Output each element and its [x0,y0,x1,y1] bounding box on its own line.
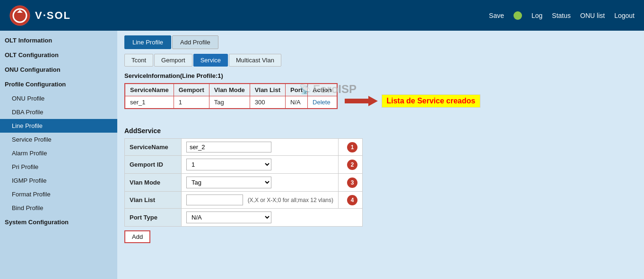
sidebar-item-pri-profile[interactable]: Pri Profile [0,160,117,174]
cell-badge-2: 2 [339,156,363,174]
cell-badge-3: 3 [339,174,363,192]
logo-text: V·SOL [35,9,71,22]
sidebar-item-igmp-profile[interactable]: IGMP Profile [0,174,117,187]
tab-add-profile[interactable]: Add Profile [172,35,218,49]
col-action: Action [308,84,337,96]
step-badge-3: 3 [347,178,357,188]
sidebar-item-olt-information[interactable]: OLT Information [0,33,117,48]
sidebar-item-bind-profile[interactable]: Bind Profile [0,201,117,215]
vlan-list-hint: (X,X or X-X;0 for all;max 12 vlans) [248,197,333,203]
delete-link[interactable]: Delete [313,99,331,106]
col-service-name: ServiceName [125,84,174,96]
sub-tab-tcont[interactable]: Tcont [124,54,153,67]
sidebar-item-olt-configuration[interactable]: OLT Configuration [0,48,117,62]
cell-vlan-mode: Tag [209,96,250,109]
service-table: ServiceName Gemport Vlan Mode Vlan List … [124,83,338,109]
form-row-vlan-mode: Vlan Mode Tag Transparent Translation 3 [125,174,363,192]
onu-list-link[interactable]: ONU list [580,12,605,19]
log-link[interactable]: Log [531,12,542,19]
cell-gemport: 1 [174,96,209,109]
cell-port-type-input: N/A LAN VEIP [182,209,363,227]
svg-marker-2 [345,96,378,106]
sidebar-item-system-configuration[interactable]: System Configuration [0,215,117,229]
status-link[interactable]: Status [552,12,571,19]
cell-gemport-id-input: 1 2 3 4 [182,156,339,174]
label-service-name: ServiceName [125,139,182,156]
annotation-label: Lista de Service creados [382,94,481,108]
port-type-select[interactable]: N/A LAN VEIP [186,211,271,223]
step-badge-4: 4 [347,195,357,205]
cell-vlan-list-input: (X,X or X-X;0 for all;max 12 vlans) [182,192,339,209]
sidebar-item-profile-configuration[interactable]: Profile Configuration [0,77,117,92]
header: V·SOL Save Log Status ONU list Logout [0,0,644,31]
header-nav: Save Log Status ONU list Logout [489,11,635,20]
sub-tab-multicast-vlan[interactable]: Multicast Vlan [229,54,281,67]
add-button[interactable]: Add [124,230,150,243]
table-annotation-area: ServiceName Gemport Vlan Mode Vlan List … [124,83,637,118]
cell-action[interactable]: Delete [308,96,337,109]
sidebar-item-line-profile[interactable]: Line Profile [0,119,117,133]
add-row: Add [124,230,637,243]
label-vlan-list: Vlan List [125,192,182,209]
col-port: Port [286,84,308,96]
main-tab-row: Line Profile Add Profile [124,35,637,49]
logout-link[interactable]: Logout [614,12,635,19]
sidebar: OLT Information OLT Configuration ONU Co… [0,31,117,279]
sidebar-item-onu-profile[interactable]: ONU Profile [0,92,117,105]
form-row-service-name: ServiceName 1 [125,139,363,156]
col-vlan-mode: Vlan Mode [209,84,250,96]
main-layout: OLT Information OLT Configuration ONU Co… [0,31,644,279]
label-gemport-id: Gemport ID [125,156,182,174]
sidebar-item-format-profile[interactable]: Format Profile [0,187,117,201]
add-service-form: ServiceName 1 Gemport ID [124,138,363,227]
vlan-mode-select[interactable]: Tag Transparent Translation [186,177,271,188]
sidebar-item-onu-configuration[interactable]: ONU Configuration [0,62,117,77]
form-row-port-type: Port Type N/A LAN VEIP [125,209,363,227]
col-vlan-list: Vlan List [250,84,285,96]
sub-tab-gemport[interactable]: Gemport [154,54,192,67]
sub-tab-service[interactable]: Service [193,54,228,67]
annotation-group: Lista de Service creados [345,94,481,108]
cell-port: N/A [286,96,308,109]
cell-badge-1: 1 [339,139,363,156]
sidebar-item-service-profile[interactable]: Service Profile [0,133,117,146]
cell-vlan-list: 300 [250,96,285,109]
cell-service-name: ser_1 [125,96,174,109]
logo-area: V·SOL [9,5,127,26]
cell-badge-4: 4 [339,192,363,209]
cell-vlan-mode-input: Tag Transparent Translation [182,174,339,192]
col-gemport: Gemport [174,84,209,96]
main-content: Line Profile Add Profile Tcont Gemport S… [117,31,644,279]
vsol-logo [9,5,30,26]
table-row: ser_1 1 Tag 300 N/A Delete [125,96,337,109]
arrow-icon [345,94,378,108]
service-info-title: ServiceInformation(Line Profile:1) [124,72,637,79]
label-vlan-mode: Vlan Mode [125,174,182,192]
vlan-list-input[interactable] [186,194,243,205]
service-name-input[interactable] [186,142,271,152]
sidebar-item-dba-profile[interactable]: DBA Profile [0,105,117,119]
sub-tab-row: Tcont Gemport Service Multicast Vlan [124,54,637,67]
form-row-vlan-list: Vlan List (X,X or X-X;0 for all;max 12 v… [125,192,363,209]
step-badge-2: 2 [347,160,357,170]
step-badge-1: 1 [347,142,357,152]
save-button[interactable]: Save [489,12,504,19]
cell-service-name-input [182,139,339,156]
add-service-title: AddService [124,127,637,135]
label-port-type: Port Type [125,209,182,227]
status-indicator [513,11,522,20]
form-row-gemport-id: Gemport ID 1 2 3 4 2 [125,156,363,174]
content-wrapper: Line Profile Add Profile Tcont Gemport S… [124,35,637,243]
gemport-id-select[interactable]: 1 2 3 4 [186,159,271,170]
sidebar-item-alarm-profile[interactable]: Alarm Profile [0,146,117,160]
tab-line-profile[interactable]: Line Profile [124,35,171,49]
